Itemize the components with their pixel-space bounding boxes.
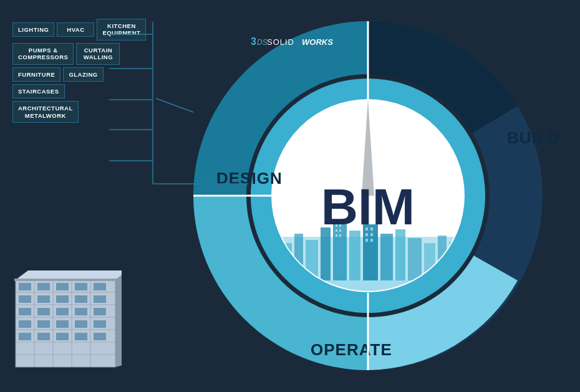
tag-row-2: PUMPS &COMPRESSORS CURTAINWALLING bbox=[12, 43, 146, 65]
svg-rect-48 bbox=[321, 227, 331, 280]
svg-rect-69 bbox=[370, 239, 373, 242]
svg-rect-25 bbox=[94, 308, 106, 315]
svg-rect-34 bbox=[75, 333, 87, 340]
tag-kitchen-equipment: KITCHENEQUIPMENT bbox=[97, 19, 146, 41]
tag-furniture: FURNITURE bbox=[12, 67, 60, 82]
tag-lighting: LIGHTING bbox=[12, 22, 54, 37]
svg-text:SOLID: SOLID bbox=[267, 37, 294, 47]
svg-rect-16 bbox=[19, 295, 31, 303]
tag-row-5: ARCHITECTURALMETALWORK bbox=[12, 101, 146, 123]
svg-text:BUILD: BUILD bbox=[507, 128, 559, 147]
svg-rect-17 bbox=[37, 295, 50, 303]
svg-rect-27 bbox=[37, 320, 50, 328]
svg-rect-33 bbox=[56, 333, 69, 340]
tag-glazing: GLAZING bbox=[63, 67, 103, 82]
svg-rect-20 bbox=[94, 295, 106, 303]
svg-text:OPERATE: OPERATE bbox=[311, 340, 392, 359]
building-illustration bbox=[9, 267, 122, 373]
tags-container: LIGHTING HVAC KITCHENEQUIPMENT PUMPS &CO… bbox=[12, 19, 146, 123]
bim-diagram-area: BIM 3 DS SOLID WORKS DESIGN BUILD OPERAT… bbox=[156, 0, 580, 392]
tag-row-1: LIGHTING HVAC KITCHENEQUIPMENT bbox=[12, 19, 146, 41]
svg-rect-22 bbox=[37, 308, 50, 315]
svg-rect-21 bbox=[19, 308, 31, 315]
tag-architectural-metalwork: ARCHITECTURALMETALWORK bbox=[12, 101, 79, 123]
tag-curtain-walling: CURTAINWALLING bbox=[76, 43, 120, 65]
svg-rect-30 bbox=[94, 320, 106, 328]
svg-rect-29 bbox=[75, 320, 87, 328]
svg-rect-38 bbox=[14, 279, 117, 281]
tag-pumps-compressors: PUMPS &COMPRESSORS bbox=[12, 43, 74, 65]
svg-rect-13 bbox=[56, 283, 69, 290]
tag-row-4: STAIRCASES bbox=[12, 84, 146, 98]
svg-rect-53 bbox=[395, 229, 405, 280]
svg-marker-37 bbox=[16, 270, 122, 280]
svg-rect-54 bbox=[408, 238, 422, 280]
svg-rect-68 bbox=[365, 239, 368, 242]
svg-rect-18 bbox=[56, 295, 69, 303]
svg-text:DS: DS bbox=[257, 38, 268, 47]
svg-rect-12 bbox=[37, 283, 50, 290]
svg-rect-31 bbox=[19, 333, 31, 340]
tag-row-3: FURNITURE GLAZING bbox=[12, 67, 146, 82]
svg-rect-28 bbox=[56, 320, 69, 328]
svg-text:WORKS: WORKS bbox=[302, 37, 333, 47]
svg-text:3: 3 bbox=[251, 36, 256, 47]
tag-hvac: HVAC bbox=[57, 22, 94, 37]
svg-marker-36 bbox=[115, 270, 122, 367]
svg-rect-24 bbox=[75, 308, 87, 315]
svg-rect-14 bbox=[75, 283, 87, 290]
svg-line-82 bbox=[156, 34, 193, 112]
tag-staircases: STAIRCASES bbox=[12, 84, 65, 98]
svg-text:DESIGN: DESIGN bbox=[216, 169, 283, 188]
svg-rect-52 bbox=[380, 234, 393, 280]
svg-rect-26 bbox=[19, 320, 31, 328]
svg-rect-19 bbox=[75, 295, 87, 303]
svg-rect-50 bbox=[349, 231, 360, 280]
svg-rect-23 bbox=[56, 308, 69, 315]
svg-rect-35 bbox=[94, 333, 106, 340]
svg-rect-32 bbox=[37, 333, 50, 340]
svg-rect-11 bbox=[19, 283, 31, 290]
svg-rect-15 bbox=[94, 283, 106, 290]
